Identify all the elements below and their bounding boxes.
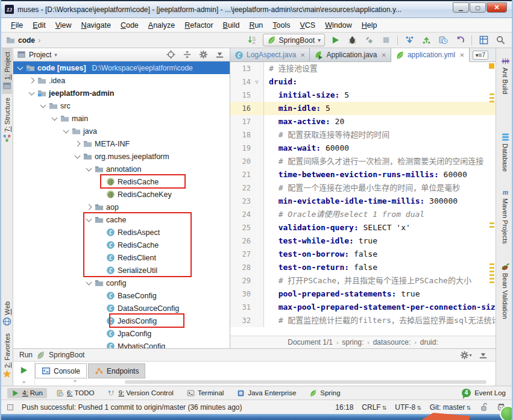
- update-project-button[interactable]: [403, 34, 416, 47]
- tree-node-meta-inf[interactable]: META-INF: [13, 137, 230, 150]
- code-line-25[interactable]: 25 validation-query: SELECT 'x': [230, 221, 496, 234]
- chevron-right-icon[interactable]: [29, 78, 35, 84]
- stop-button[interactable]: [379, 34, 392, 47]
- navigation-breadcrumb[interactable]: code ›: [6, 36, 40, 45]
- line-ending-select[interactable]: CRLF: [362, 403, 386, 412]
- menu-window[interactable]: Window: [320, 19, 356, 31]
- menu-code[interactable]: Code: [116, 19, 143, 31]
- tree-node-aop[interactable]: aop: [13, 201, 230, 213]
- tree-node-rediscachekey[interactable]: @RedisCacheKey: [13, 188, 230, 201]
- toolwindow-button-javaenterprise[interactable]: Java Enterprise: [233, 388, 300, 398]
- code-line-22[interactable]: 22 # 配置一个连接在池中最小生存的时间，单位是毫秒: [230, 181, 496, 195]
- encoding-select[interactable]: UTF-8: [395, 403, 421, 412]
- breadcrumb-item[interactable]: datasource:: [373, 338, 411, 346]
- run-tab-endpoints[interactable]: Endpoints: [88, 363, 145, 378]
- menu-view[interactable]: View: [51, 19, 77, 31]
- rollback-button[interactable]: [453, 34, 467, 47]
- tree-node-redisaspect[interactable]: CRedisAspect: [13, 226, 230, 239]
- toolwindow-button-spring[interactable]: Spring: [305, 388, 344, 398]
- menu-tools[interactable]: Tools: [268, 19, 295, 31]
- caret-position[interactable]: 16:18: [335, 403, 353, 412]
- toolwindow-button-run[interactable]: 4: Run: [7, 388, 47, 398]
- gutter[interactable]: 23: [230, 195, 264, 208]
- tool-tab-web[interactable]: Web: [2, 298, 12, 330]
- collapse-all-button[interactable]: [180, 48, 194, 61]
- tree-node-datasourceconfig[interactable]: CDataSourceConfig: [13, 302, 230, 315]
- menu-file[interactable]: File: [6, 19, 28, 31]
- chevron-down-icon[interactable]: ▾: [54, 52, 57, 58]
- code-line-28[interactable]: 28 test-on-return: false: [230, 261, 496, 274]
- gutter[interactable]: 26: [230, 234, 264, 248]
- menu-vcs[interactable]: VCS: [295, 19, 321, 31]
- code-line-18[interactable]: 18 # 配置获取连接等待超时的时间: [230, 128, 496, 142]
- overflow-chevrons-icon[interactable]: »: [74, 378, 77, 384]
- chevron-down-icon[interactable]: [40, 102, 46, 108]
- tree-node-rediscache[interactable]: CRedisCache: [13, 239, 230, 251]
- code-line-23[interactable]: 23 min-evictable-idle-time-millis: 30000…: [230, 195, 496, 208]
- code-line-26[interactable]: 26 test-while-idle: true: [230, 234, 496, 248]
- gutter[interactable]: 16: [230, 102, 264, 115]
- menu-analyze[interactable]: Analyze: [143, 19, 180, 31]
- code-line-32[interactable]: 32 # 配置监控统计拦截的filters，去掉后监控界面sql无法统计: [230, 314, 496, 327]
- gutter[interactable]: 30: [230, 287, 264, 301]
- code-line-13[interactable]: 13 # 连接池设置: [230, 62, 496, 75]
- code-line-20[interactable]: 20 # 配置间隔多久才进行一次检测，检测需要关闭的空闲连接: [230, 155, 496, 168]
- tree-node-code--muses-[interactable]: code [muses]D:\Workspace\jeeplatform\cod…: [13, 61, 230, 74]
- maximize-button[interactable]: ▢: [470, 2, 486, 13]
- run-button[interactable]: [329, 34, 342, 47]
- recent-history-button[interactable]: [436, 34, 450, 47]
- panel-settings-button[interactable]: [197, 48, 210, 61]
- tree-node-mybatisconfig[interactable]: CMybatisConfig: [13, 340, 230, 348]
- tree-node-baseconfig[interactable]: CBaseConfig: [13, 289, 230, 302]
- chevron-right-icon[interactable]: [86, 204, 92, 210]
- run-config-select[interactable]: SpringBoot▾: [263, 34, 325, 46]
- editor-content[interactable]: 13 # 连接池设置 14▽ druid: 15 initial-size: 5…: [230, 62, 496, 336]
- close-button[interactable]: ✕: [486, 2, 507, 13]
- tool-tab-mavenprojects[interactable]: mMaven Projects: [500, 184, 511, 248]
- chevron-down-icon[interactable]: [86, 216, 92, 222]
- project-header-title[interactable]: Project: [29, 51, 51, 59]
- view-source-sync-button[interactable]: 011001: [246, 34, 259, 47]
- gutter[interactable]: 27: [230, 248, 264, 261]
- chevron-down-icon[interactable]: [86, 165, 92, 171]
- tree-node-java[interactable]: java: [13, 125, 230, 137]
- breadcrumb-item[interactable]: spring:: [342, 338, 364, 346]
- chevron-down-icon[interactable]: [63, 127, 69, 133]
- hidden-tabs-button[interactable]: ▾≡7: [473, 51, 488, 60]
- code-line-29[interactable]: 29 # 打开PSCache，并且指定每个连接上PSCache的大小: [230, 274, 496, 287]
- close-icon[interactable]: ✕: [300, 52, 305, 58]
- tool-tab-database[interactable]: Database: [500, 129, 511, 175]
- hide-run-panel-button[interactable]: [476, 348, 489, 362]
- toolwindow-button-terminal[interactable]: Terminal: [183, 388, 228, 398]
- hide-panel-button[interactable]: [213, 48, 226, 61]
- toolwindow-button-versioncontrol[interactable]: 9: Version Control: [103, 388, 177, 398]
- tree-node-serializeutil[interactable]: CSerializeUtil: [13, 264, 230, 277]
- chevron-down-icon[interactable]: [75, 152, 81, 158]
- code-line-21[interactable]: 21 time-between-eviction-runs-millis: 60…: [230, 168, 496, 181]
- search-everywhere-button[interactable]: [494, 34, 507, 47]
- chevron-down-icon[interactable]: [17, 64, 24, 70]
- code-line-30[interactable]: 30 pool-prepared-statements: true: [230, 287, 496, 301]
- menu-refactor[interactable]: Refactor: [180, 19, 218, 31]
- gutter[interactable]: 14▽: [230, 75, 264, 89]
- gutter[interactable]: 20: [230, 155, 264, 168]
- chevron-down-icon[interactable]: [86, 279, 92, 285]
- minimize-button[interactable]: ▁: [453, 2, 469, 13]
- menu-navigate[interactable]: Navigate: [77, 19, 116, 31]
- tree-node-jpaconfig[interactable]: CJpaConfig: [13, 327, 230, 340]
- editor-tab-applicationjava[interactable]: Application.java✕: [310, 48, 391, 61]
- tree-node-src[interactable]: src: [13, 99, 230, 112]
- run-tab-console[interactable]: Console: [35, 363, 87, 378]
- chevron-down-icon[interactable]: [29, 89, 35, 95]
- code-line-15[interactable]: 15 initial-size: 5: [230, 89, 496, 102]
- editor-tab-applicationyml[interactable]: application.yml✕: [391, 48, 470, 62]
- lock-icon[interactable]: [479, 403, 488, 412]
- gutter[interactable]: 15: [230, 89, 264, 102]
- run-settings-button[interactable]: ▾: [459, 348, 473, 362]
- run-with-coverage-button[interactable]: [362, 34, 376, 47]
- menu-help[interactable]: Help: [357, 19, 382, 31]
- gutter[interactable]: 21: [230, 168, 264, 181]
- status-message[interactable]: Push successful: Pushed 1 commit to orig…: [22, 403, 242, 412]
- tree-node-config[interactable]: config: [13, 277, 230, 289]
- debug-button[interactable]: [345, 34, 359, 47]
